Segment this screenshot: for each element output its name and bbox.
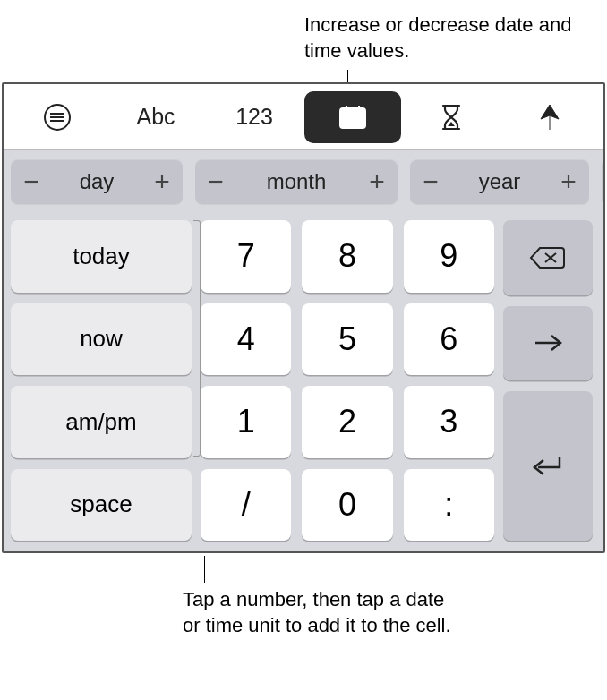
tab-duration-keyboard[interactable]	[403, 91, 500, 143]
key-5-label: 5	[338, 320, 356, 358]
svg-point-11	[358, 117, 360, 119]
svg-point-12	[345, 122, 346, 124]
key-6[interactable]: 6	[404, 303, 494, 376]
svg-point-15	[358, 122, 360, 124]
decrease-month-button[interactable]: −	[202, 168, 229, 195]
tab-date-time-keyboard[interactable]	[304, 91, 401, 143]
collapse-keyboard-button[interactable]	[9, 91, 106, 143]
increase-day-button[interactable]: +	[149, 168, 175, 195]
arrow-right-icon	[532, 332, 564, 354]
increase-year-button[interactable]: +	[555, 168, 582, 195]
svg-point-9	[349, 117, 351, 119]
callout-number-keys: Tap a number, then tap a date or time un…	[183, 587, 451, 638]
key-2-label: 2	[338, 403, 356, 440]
date-unit-steppers-row: − day + − month + − year +	[4, 150, 603, 213]
key-4[interactable]: 4	[201, 303, 291, 376]
return-icon	[531, 453, 565, 480]
key-ampm-label: am/pm	[65, 408, 136, 436]
key-return[interactable]	[503, 391, 593, 541]
key-1[interactable]: 1	[201, 386, 291, 458]
tab-formula-keyboard[interactable]	[501, 91, 598, 143]
callout-bracket	[193, 220, 201, 457]
key-8[interactable]: 8	[302, 220, 392, 293]
tab-text-label: Abc	[136, 104, 175, 130]
key-0[interactable]: 0	[302, 469, 392, 542]
key-9-label: 9	[440, 237, 457, 275]
key-next[interactable]	[503, 306, 593, 381]
callout-leader-bottom	[204, 556, 205, 583]
key-3-label: 3	[440, 403, 457, 440]
stepper-day: − day +	[11, 159, 183, 204]
stepper-year: − year +	[410, 159, 589, 204]
svg-point-14	[354, 122, 355, 124]
shortcut-keys-column: today now am/pm space	[11, 220, 192, 541]
stepper-month-label[interactable]: month	[236, 169, 356, 194]
key-now-label: now	[80, 325, 123, 353]
keyboard-mode-tabs: Abc 123	[4, 84, 603, 150]
action-keys-column	[503, 220, 593, 541]
key-colon-label: :	[444, 486, 453, 524]
callout-leader-top	[347, 70, 348, 82]
stepper-year-label[interactable]: year	[451, 169, 548, 194]
key-today[interactable]: today	[11, 220, 192, 293]
number-pad: 7 8 9 4 5 6 1 2 3 / 0 :	[201, 220, 494, 541]
stepper-month: − month +	[195, 159, 398, 204]
key-2[interactable]: 2	[302, 386, 392, 458]
key-0-label: 0	[338, 486, 356, 524]
key-9[interactable]: 9	[404, 220, 494, 293]
key-8-label: 8	[338, 237, 356, 275]
key-1-label: 1	[237, 403, 255, 440]
key-slash[interactable]: /	[201, 469, 291, 542]
date-time-keyboard: Abc 123	[2, 82, 605, 553]
key-7[interactable]: 7	[201, 220, 291, 293]
stepper-more[interactable]	[602, 159, 603, 204]
key-area: today now am/pm space 7 8 9 4 5 6 1 2 3 …	[4, 213, 603, 551]
tab-numeric-keyboard[interactable]: 123	[206, 91, 303, 143]
svg-rect-4	[340, 108, 365, 128]
stepper-day-label[interactable]: day	[52, 169, 141, 194]
key-3[interactable]: 3	[404, 386, 494, 458]
key-now[interactable]: now	[11, 303, 192, 376]
key-space[interactable]: space	[11, 469, 192, 542]
key-space-label: space	[70, 491, 132, 518]
key-7-label: 7	[237, 237, 255, 275]
decrease-day-button[interactable]: −	[18, 168, 45, 195]
callout-steppers: Increase or decrease date and time value…	[304, 13, 573, 64]
key-4-label: 4	[237, 320, 255, 358]
decrease-year-button[interactable]: −	[417, 168, 444, 195]
key-backspace[interactable]	[503, 220, 593, 295]
svg-point-10	[354, 117, 355, 119]
backspace-icon	[529, 245, 567, 270]
increase-month-button[interactable]: +	[363, 168, 390, 195]
key-today-label: today	[73, 243, 130, 270]
svg-point-13	[349, 122, 351, 124]
key-6-label: 6	[440, 320, 457, 358]
key-am-pm[interactable]: am/pm	[11, 386, 192, 458]
tab-num-label: 123	[235, 104, 273, 130]
key-slash-label: /	[242, 486, 251, 524]
key-colon[interactable]: :	[404, 469, 494, 542]
key-5[interactable]: 5	[302, 303, 392, 376]
tab-text-keyboard[interactable]: Abc	[107, 91, 204, 143]
svg-point-8	[345, 117, 346, 119]
